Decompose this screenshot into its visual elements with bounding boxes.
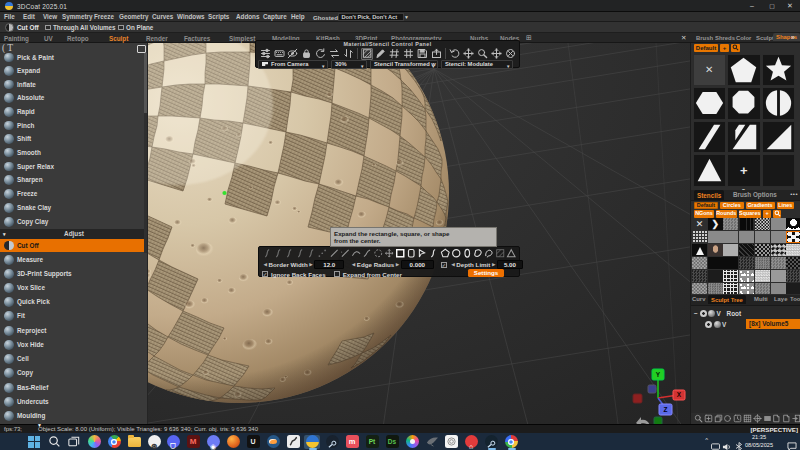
stencil-noise-dark[interactable]	[692, 270, 707, 282]
stencil-checker-fine[interactable]	[755, 218, 770, 230]
ignore-back-faces-checkbox[interactable]: ✓	[262, 271, 268, 277]
menu-item-symmetry[interactable]: Symmetry	[62, 13, 92, 20]
stencil-polkadot-selected[interactable]	[786, 231, 800, 243]
tool-item-sharpen[interactable]: Sharpen	[0, 173, 148, 187]
curve-s-mode-icon[interactable]	[428, 248, 439, 259]
voxel-mode-letter[interactable]: V	[722, 321, 726, 328]
tool-item-copy-clay[interactable]: Copy Clay	[0, 215, 148, 229]
export-box-icon[interactable]	[431, 48, 442, 59]
tool-item-undercuts[interactable]: Undercuts	[0, 395, 148, 409]
hatch-square-icon[interactable]	[362, 48, 372, 59]
through-all-volumes-checkbox[interactable]	[45, 25, 51, 31]
line-stroke-2-icon[interactable]	[340, 248, 351, 259]
stencil-mode-dropdown[interactable]: Stencil: Modulate▼	[441, 60, 513, 69]
layers-icon[interactable]	[714, 414, 723, 423]
shape-star[interactable]	[762, 54, 796, 87]
tool-item-pick-and-paint[interactable]: Pick & Paint	[0, 51, 148, 65]
stencil-circle-figure[interactable]	[786, 218, 800, 230]
taskbar-icon-substance-painter[interactable]: Pt	[364, 435, 380, 449]
clock-square-icon[interactable]	[733, 414, 742, 423]
stencil-noise-bright[interactable]	[786, 244, 800, 256]
tool-item-snake-clay[interactable]: Snake Clay	[0, 201, 148, 215]
rotate-ccw-icon[interactable]	[315, 48, 326, 59]
stencil-gray-light[interactable]	[723, 244, 738, 256]
expand-from-center-checkbox[interactable]: ✓	[334, 271, 340, 277]
shape-none[interactable]: ✕	[693, 54, 727, 87]
rounded-rect-mode-icon[interactable]	[406, 248, 417, 259]
tool-item-rapid[interactable]: Rapid	[0, 105, 148, 119]
taskbar-icon-photos[interactable]	[404, 435, 420, 449]
taskbar-icon-marmoset[interactable]	[225, 435, 241, 449]
taskbar-icon-app-blue[interactable]: ◉	[205, 435, 221, 449]
close-panel-icon[interactable]: ✕	[681, 34, 686, 42]
stencil-noise-light[interactable]	[771, 257, 786, 269]
keyboard-icon[interactable]	[274, 48, 285, 59]
stencil-gray[interactable]	[771, 231, 786, 243]
stroke-mode-4-icon[interactable]	[295, 248, 306, 259]
taskbar-icon-app-rings[interactable]	[443, 435, 459, 449]
eye-off-icon[interactable]	[287, 48, 298, 59]
menu-item-geometry[interactable]: Geometry	[119, 13, 148, 20]
tool-item-measure[interactable]: Measure	[0, 253, 148, 267]
search-stencil-button[interactable]	[773, 210, 781, 218]
undo-arrow-icon[interactable]	[634, 415, 652, 424]
tab-multi[interactable]: Multi	[754, 296, 768, 302]
stroke-mode-3-icon[interactable]	[284, 248, 295, 259]
tab-overflow-icon[interactable]: »	[791, 34, 794, 41]
ghosted-dropdown[interactable]: Don't Pick, Don't Act	[338, 13, 404, 22]
tab-brush-options[interactable]: Brush Options	[733, 191, 777, 198]
tool-item-absolute[interactable]: Absolute	[0, 91, 148, 105]
swap-v-icon[interactable]	[343, 48, 354, 59]
stencil-grid-dark[interactable]	[739, 218, 754, 230]
stencil-weave[interactable]	[739, 244, 754, 256]
shape-pentagon[interactable]	[727, 54, 761, 87]
page-icon[interactable]	[772, 414, 781, 423]
stencil-triangle[interactable]	[692, 244, 707, 256]
stencil-black[interactable]	[708, 257, 723, 269]
shape-add[interactable]: +	[727, 154, 761, 187]
voxel-mode-letter[interactable]: V	[717, 310, 721, 317]
settings-button[interactable]: Settings	[468, 269, 504, 278]
room-tab-painting[interactable]: Painting	[4, 35, 29, 42]
stencil-folder-ngons[interactable]: NGons	[694, 210, 714, 218]
taskbar-icon-search[interactable]	[46, 435, 62, 449]
room-tab-uv[interactable]: UV	[44, 35, 53, 42]
swap-h-icon[interactable]	[329, 48, 340, 59]
blur-square-icon[interactable]	[763, 414, 772, 423]
menu-item-edit[interactable]: Edit	[23, 13, 35, 20]
window-titlebar[interactable]: 3DCoat 2025.01 – ▢ ✕	[0, 0, 800, 12]
taskbar-icon-app-red[interactable]: ⌂	[463, 435, 479, 449]
stencil-noise-light[interactable]	[755, 283, 770, 294]
tool-item-moulding[interactable]: Moulding	[0, 409, 148, 423]
move-icon[interactable]	[491, 48, 502, 59]
room-tab-retopo[interactable]: Retopo	[67, 35, 89, 42]
tab-curves[interactable]: Curv	[692, 296, 705, 302]
shape-triangle[interactable]	[693, 154, 727, 187]
taskbar-icon-steam[interactable]	[324, 435, 340, 449]
taskbar-icon-browser[interactable]	[503, 435, 519, 449]
taskbar-clock[interactable]: 21:35 08/05/2025	[737, 434, 781, 449]
dots-stroke-icon[interactable]	[317, 248, 328, 259]
polygon-lasso-mode-icon[interactable]	[417, 248, 428, 259]
taskbar-icon-task-view[interactable]	[66, 435, 82, 449]
room-tab-render[interactable]: Render	[146, 35, 168, 42]
tool-item-bas-relief[interactable]: Bas-Relief	[0, 381, 148, 395]
stencil-dark[interactable]	[786, 283, 800, 294]
lasso-mode-icon[interactable]	[484, 248, 495, 259]
undo-icon[interactable]	[449, 48, 460, 59]
border-width-input[interactable]: 12.0	[314, 260, 344, 268]
shape-slash-triangle[interactable]	[727, 121, 761, 154]
maximize-button[interactable]: ▢	[764, 1, 780, 11]
on-plane-checkbox[interactable]	[118, 25, 124, 31]
gizmo-neg-y-axis-handle[interactable]	[654, 417, 662, 424]
hash-icon[interactable]	[389, 48, 400, 59]
stencil-gray-mid[interactable]	[771, 270, 786, 282]
rectangle-mode-icon[interactable]	[395, 248, 406, 259]
stencil-chevron[interactable]	[708, 218, 723, 230]
taskbar-icon-windows-start[interactable]	[26, 435, 42, 449]
triangle-mode-icon[interactable]	[506, 248, 517, 259]
plus-square-icon[interactable]	[704, 414, 713, 423]
add-stencil-folder-button[interactable]: +	[763, 210, 771, 218]
stencil-noise-gray[interactable]	[708, 283, 723, 294]
stencil-none[interactable]	[692, 218, 707, 230]
